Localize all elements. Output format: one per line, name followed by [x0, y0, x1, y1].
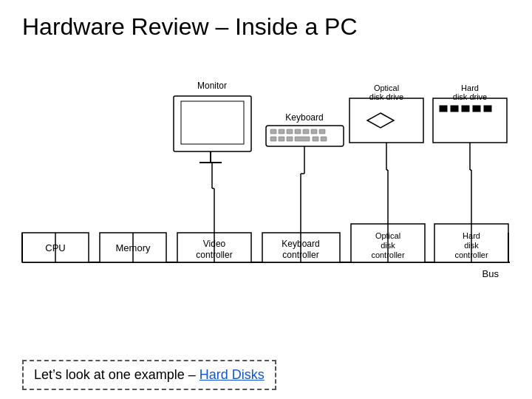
svg-rect-38	[295, 129, 301, 134]
svg-text:disk drive: disk drive	[369, 92, 403, 101]
svg-rect-63	[473, 106, 480, 112]
svg-text:disk drive: disk drive	[453, 92, 487, 101]
svg-text:Optical: Optical	[374, 83, 399, 92]
svg-rect-46	[313, 137, 318, 141]
svg-rect-45	[295, 137, 310, 141]
svg-rect-64	[484, 106, 491, 112]
svg-rect-36	[279, 129, 284, 134]
diagram-area: Bus CPU Memory Video controller Keyboard…	[15, 52, 517, 332]
example-prefix: Let’s look at one example –	[34, 367, 200, 382]
example-box: Let’s look at one example – Hard Disks	[22, 360, 276, 390]
svg-rect-47	[321, 137, 327, 141]
svg-rect-35	[270, 129, 276, 134]
svg-rect-43	[279, 137, 284, 141]
svg-text:Keyboard: Keyboard	[285, 112, 323, 123]
svg-rect-39	[303, 129, 309, 134]
svg-rect-37	[287, 129, 293, 134]
hard-disks-link[interactable]: Hard Disks	[200, 367, 265, 382]
svg-text:Monitor: Monitor	[197, 81, 227, 91]
svg-rect-41	[319, 129, 325, 134]
svg-rect-62	[462, 106, 469, 112]
svg-rect-44	[287, 137, 293, 141]
bottom-section: Let’s look at one example – Hard Disks	[22, 360, 510, 390]
svg-rect-27	[181, 101, 244, 144]
svg-rect-61	[451, 106, 458, 112]
svg-rect-34	[266, 126, 344, 146]
svg-rect-42	[270, 137, 276, 141]
svg-text:Hard: Hard	[461, 83, 479, 92]
svg-rect-60	[440, 106, 447, 112]
svg-text:Bus: Bus	[482, 268, 499, 279]
svg-rect-40	[311, 129, 317, 134]
page-title: Hardware Review – Inside a PC	[0, 0, 532, 41]
svg-rect-59	[433, 98, 507, 143]
